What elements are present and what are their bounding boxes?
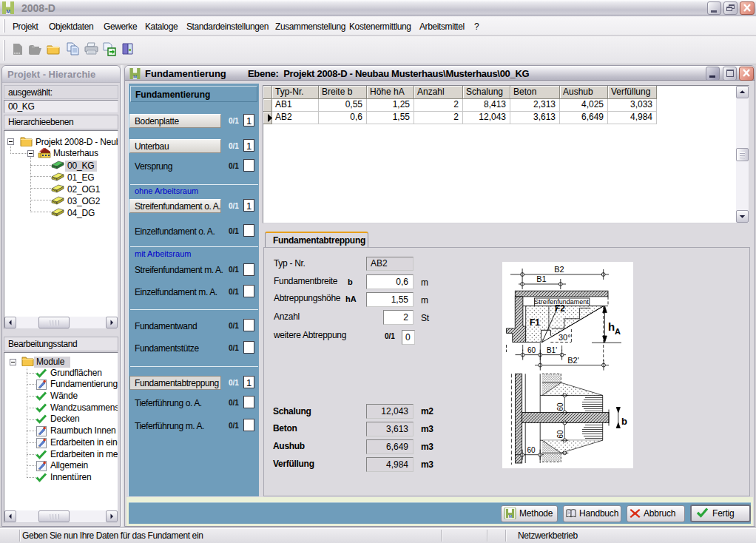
- svg-text:h: h: [608, 320, 615, 333]
- svg-text:F2: F2: [555, 303, 565, 314]
- svg-text:M: M: [133, 74, 137, 79]
- svg-text:60: 60: [527, 446, 536, 454]
- svg-text:b: b: [621, 416, 627, 427]
- svg-text:A: A: [615, 327, 621, 336]
- svg-text:F1: F1: [530, 317, 540, 328]
- svg-text:30°: 30°: [558, 333, 571, 342]
- svg-text:B1: B1: [536, 274, 546, 283]
- svg-text:60: 60: [527, 346, 536, 354]
- svg-text:M: M: [6, 9, 10, 14]
- svg-text:B2': B2': [567, 356, 579, 365]
- svg-text:60: 60: [556, 430, 564, 439]
- svg-text:B2: B2: [554, 265, 564, 274]
- svg-text:M: M: [509, 514, 512, 519]
- svg-text:B1': B1': [547, 346, 557, 354]
- svg-text:60: 60: [556, 402, 564, 411]
